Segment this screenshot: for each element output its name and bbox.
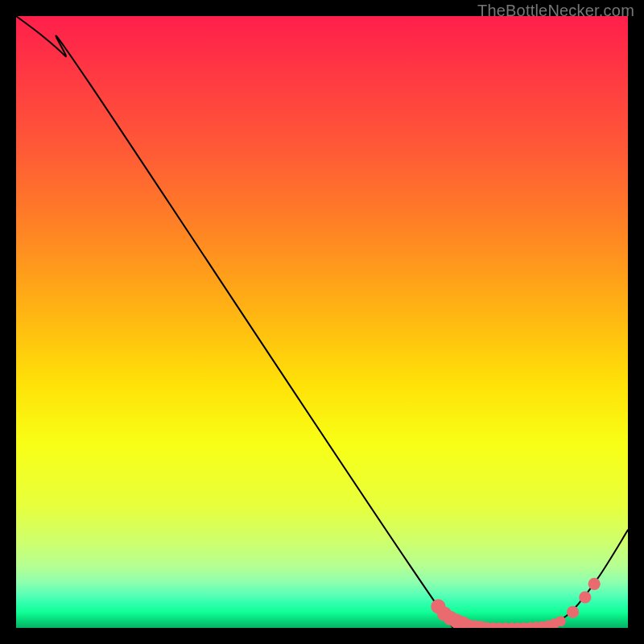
plot-area	[16, 16, 628, 628]
highlight-dot	[567, 606, 579, 618]
highlight-dot	[588, 578, 601, 590]
bottleneck-chart	[16, 16, 628, 628]
highlight-dot	[579, 591, 591, 603]
highlight-dot	[555, 616, 566, 626]
gradient-background	[16, 16, 628, 628]
chart-stage: TheBottleNecker.com	[0, 0, 644, 644]
